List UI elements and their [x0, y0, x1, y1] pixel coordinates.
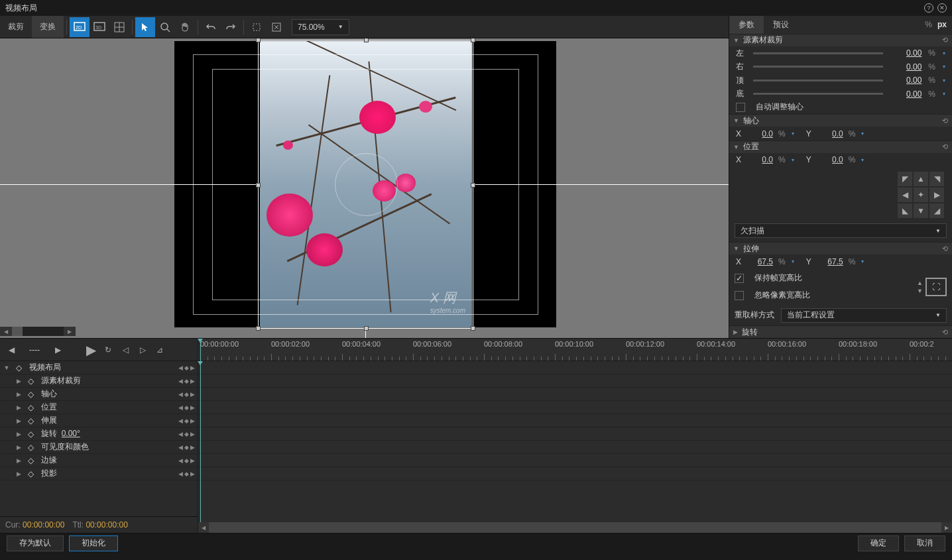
hscroll-left-icon[interactable]: ◀ [0, 327, 12, 336]
timeline-scrollbar[interactable]: ◀ ▶ [198, 522, 952, 533]
stretch-y-value[interactable]: 67.5 [815, 257, 843, 266]
keyframe-icon[interactable]: ◇ [27, 390, 34, 398]
hscroll-track[interactable] [12, 327, 64, 336]
svg-rect-9 [253, 24, 260, 30]
zoom-select[interactable]: 75.00% ▼ [292, 19, 349, 35]
position-x-value[interactable]: 0.0 [745, 155, 773, 164]
play-icon[interactable]: ▶ [84, 343, 98, 357]
section-stretch[interactable]: ▼拉伸 ⟲ [729, 242, 952, 254]
axis-y-value[interactable]: 0.0 [815, 129, 843, 139]
track-root[interactable]: ▼ ◇ 视频布局 ◀◆▶ [0, 361, 198, 374]
fit-screen-icon[interactable]: ⛶ [925, 278, 947, 296]
timeline-tracks[interactable] [198, 361, 952, 522]
track-axis[interactable]: ▶ ◇ 轴心 ◀◆▶ [0, 388, 198, 401]
save-default-button[interactable]: 存为默认 [7, 535, 64, 551]
rotate-value[interactable]: 0.00° [62, 429, 80, 438]
track-shadow[interactable]: ▶ ◇ 投影 ◀◆▶ [0, 467, 198, 480]
mode-3d-icon[interactable]: 3D [89, 17, 109, 37]
keyframe-icon[interactable]: ◇ [27, 457, 34, 465]
selection-frame[interactable] [258, 40, 473, 329]
delete-icon[interactable] [267, 17, 286, 37]
next-frame-icon[interactable]: ▶ [50, 343, 65, 357]
undo-icon[interactable] [201, 17, 221, 37]
svg-text:3D: 3D [95, 25, 101, 30]
pointer-icon[interactable] [135, 17, 155, 37]
tab-params[interactable]: 参数 [729, 16, 764, 34]
section-rotate[interactable]: ▶旋转 ⟲ [729, 325, 952, 338]
crop-bottom-value[interactable]: 0.00 [888, 89, 922, 99]
graph-icon[interactable]: ⊿ [152, 343, 167, 357]
svg-text:2D: 2D [76, 25, 82, 30]
rate-display: ---- [21, 345, 48, 355]
track-source-crop[interactable]: ▶ ◇ 源素材裁剪 ◀◆▶ [0, 374, 198, 388]
cur-time: 00:00:00:00 [23, 520, 64, 530]
timeline-ruler[interactable]: 00:00:00:0000:00:02:0000:00:04:0000:00:0… [198, 339, 952, 361]
cancel-button[interactable]: 取消 [904, 535, 945, 551]
grid-icon[interactable] [109, 17, 129, 37]
unit-pixel[interactable]: px [937, 20, 947, 29]
slider-crop-top[interactable] [753, 80, 883, 82]
hand-icon[interactable] [175, 17, 195, 37]
tab-crop[interactable]: 裁剪 [0, 16, 32, 38]
track-rotate[interactable]: ▶ ◇ 旋转 0.00° ◀◆▶ [0, 427, 198, 441]
track-position[interactable]: ▶ ◇ 位置 ◀◆▶ [0, 401, 198, 414]
viewer-toolbar: 裁剪 变换 2D 3D 75.00% ▼ [0, 16, 729, 38]
reset-icon[interactable]: ⟲ [942, 328, 948, 337]
keyframe-icon[interactable]: ◇ [27, 404, 34, 412]
window-title: 视频布局 [5, 3, 37, 14]
hscroll-right-icon[interactable]: ▶ [64, 327, 76, 336]
stretch-x-value[interactable]: 67.5 [745, 257, 773, 266]
track-stretch[interactable]: ▶ ◇ 伸展 ◀◆▶ [0, 414, 198, 427]
crop-tool-icon[interactable] [247, 17, 267, 37]
checkbox-keep-aspect[interactable]: ✓ [735, 274, 744, 283]
redo-icon[interactable] [221, 17, 241, 37]
fit-up-icon[interactable]: ▲ [917, 280, 923, 286]
initialize-button[interactable]: 初始化 [69, 535, 118, 551]
track-edge[interactable]: ▶ ◇ 边缘 ◀◆▶ [0, 454, 198, 467]
svg-line-8 [167, 29, 170, 32]
reset-icon[interactable]: ⟲ [942, 245, 948, 253]
fit-down-icon[interactable]: ▼ [917, 288, 923, 294]
next-key-icon[interactable]: ▷ [135, 343, 150, 357]
params-panel: 参数 预设 % px ▼源素材裁剪 ⟲ 左 0.00%▾ 右 0.00%▾ 顶 … [729, 16, 952, 338]
crop-top-value[interactable]: 0.00 [888, 76, 922, 85]
ok-button[interactable]: 确定 [858, 535, 899, 551]
crop-right-value[interactable]: 0.00 [888, 62, 922, 72]
keyframe-icon[interactable]: ◇ [27, 470, 34, 478]
help-icon[interactable]: ? [924, 3, 933, 13]
keyframe-icon[interactable]: ◇ [27, 443, 34, 451]
slider-crop-left[interactable] [753, 52, 883, 54]
checkbox-auto-axis[interactable] [736, 103, 745, 112]
keyframe-icon[interactable]: ◇ [27, 430, 34, 438]
reset-icon[interactable]: ⟲ [942, 117, 948, 125]
svg-point-7 [161, 23, 168, 30]
loop-icon[interactable]: ↻ [101, 343, 115, 357]
checkbox-ignore-pixel-aspect[interactable] [735, 291, 744, 300]
prev-key-icon[interactable]: ◁ [118, 343, 133, 357]
mode-2d-icon[interactable]: 2D [70, 17, 89, 37]
keyframe-icon[interactable]: ◇ [15, 364, 23, 372]
section-axis[interactable]: ▼轴心 ⟲ [729, 114, 952, 127]
slider-crop-bottom[interactable] [753, 93, 883, 95]
close-icon[interactable]: ✕ [937, 3, 947, 13]
section-position[interactable]: ▼位置 ⟲ [729, 140, 952, 153]
reset-icon[interactable]: ⟲ [942, 36, 948, 44]
axis-x-value[interactable]: 0.0 [745, 129, 773, 139]
crop-left-value[interactable]: 0.00 [888, 48, 922, 58]
tab-transform[interactable]: 变换 [32, 16, 64, 38]
keyframe-icon[interactable]: ◇ [27, 417, 34, 425]
track-visibility[interactable]: ▶ ◇ 可见度和颜色 ◀◆▶ [0, 441, 198, 454]
prev-frame-icon[interactable]: ◀ [4, 343, 19, 357]
section-source-crop[interactable]: ▼源素材裁剪 ⟲ [729, 34, 952, 46]
canvas-area[interactable]: X 网system.com [0, 38, 729, 338]
position-nav-pad[interactable]: ◤▲◥ ◀✦▶ ◣▼◢ [895, 169, 947, 221]
zoom-icon[interactable] [155, 17, 175, 37]
tab-preset[interactable]: 预设 [764, 16, 798, 34]
reset-icon[interactable]: ⟲ [942, 142, 948, 151]
unit-percent[interactable]: % [925, 20, 932, 29]
underscan-select[interactable]: 欠扫描▼ [735, 223, 947, 238]
keyframe-icon[interactable]: ◇ [27, 377, 34, 385]
resample-select[interactable]: 当前工程设置▼ [781, 308, 947, 323]
slider-crop-right[interactable] [753, 66, 883, 68]
position-y-value[interactable]: 0.0 [815, 155, 843, 164]
